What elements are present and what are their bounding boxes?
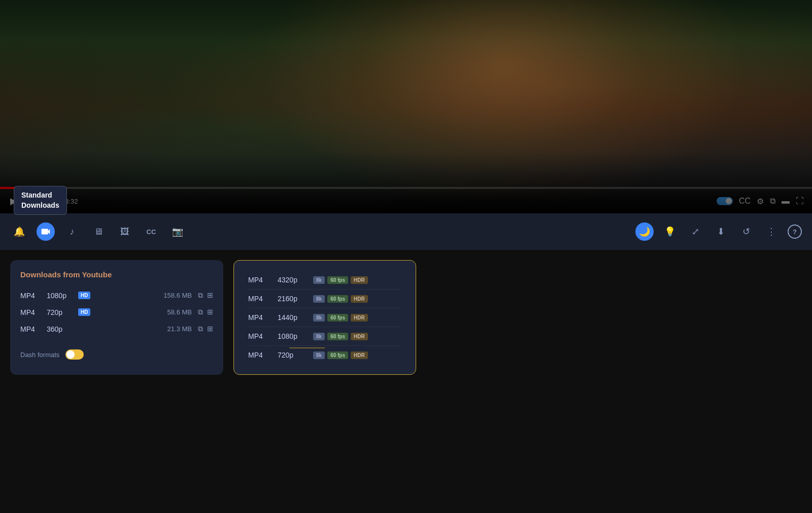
qr-icon-720p[interactable]: ⊞ bbox=[207, 308, 213, 316]
notification-icon[interactable]: 🔔 bbox=[10, 222, 28, 241]
resolution-720p: 720p bbox=[47, 308, 72, 316]
size-1080p: 158.6 MB bbox=[163, 292, 192, 299]
pr-badges-1080p: 8k 60 fps HDR bbox=[313, 333, 368, 340]
pr-resolution-1440p: 1440p bbox=[278, 313, 306, 322]
main-content: Downloads from Youtube MP4 1080p HD 158.… bbox=[0, 250, 812, 385]
pr-format-720p: MP4 bbox=[248, 351, 270, 359]
dl-actions-1080p: ⧉ ⊞ bbox=[198, 291, 213, 300]
settings-button[interactable]: ⚙ bbox=[757, 197, 764, 206]
pr-resolution-720p: 720p bbox=[278, 351, 306, 359]
premium-row-720p: MP4 720p 8k 60 fps HDR bbox=[248, 346, 401, 364]
music-icon[interactable]: ♪ bbox=[63, 222, 81, 241]
miniplayer-button[interactable]: ⧉ bbox=[770, 197, 775, 206]
premium-row-2160p: MP4 2160p 8k 60 fps HDR bbox=[248, 290, 401, 308]
pr-badges-1440p: 8k 60 fps HDR bbox=[313, 314, 368, 322]
theater-button[interactable]: ▬ bbox=[782, 197, 790, 206]
copy-icon-720p[interactable]: ⧉ bbox=[198, 308, 203, 316]
badge-8k-720p: 8k bbox=[313, 351, 325, 359]
video-controls: ▶ 🔊 0:06 / 3:32 CC ⚙ ⧉ ▬ ⛶ bbox=[0, 189, 812, 213]
badge-8k-2160p: 8k bbox=[313, 295, 325, 303]
badge-hdr-1440p: HDR bbox=[351, 314, 368, 322]
badge-60fps-2160p: 60 fps bbox=[327, 295, 348, 303]
video-download-icon[interactable] bbox=[37, 222, 55, 241]
premium-row-4320p: MP4 4320p 8k 60 fps HDR bbox=[248, 271, 401, 290]
image-icon[interactable]: 🖼 bbox=[116, 222, 134, 241]
pr-resolution-4320p: 4320p bbox=[278, 276, 306, 284]
copy-icon-1080p[interactable]: ⧉ bbox=[198, 291, 203, 300]
pr-format-4320p: MP4 bbox=[248, 276, 270, 284]
dl-actions-360p: ⧉ ⊞ bbox=[198, 325, 213, 333]
save-icon[interactable]: ⬇ bbox=[712, 222, 730, 241]
repeat-icon[interactable]: ↺ bbox=[737, 222, 755, 241]
fullscreen-button[interactable]: ⛶ bbox=[796, 197, 804, 206]
video-icon-svg bbox=[40, 226, 51, 237]
badge-60fps-720p: 60 fps bbox=[327, 351, 348, 359]
copy-icon-360p[interactable]: ⧉ bbox=[198, 325, 203, 333]
resolution-1080p: 1080p bbox=[47, 292, 72, 300]
format-1080p: MP4 bbox=[20, 292, 41, 300]
download-row-1080p: MP4 1080p HD 158.6 MB ⧉ ⊞ bbox=[20, 287, 213, 304]
dl-actions-720p: ⧉ ⊞ bbox=[198, 308, 213, 316]
badge-hdr-4320p: HDR bbox=[351, 276, 368, 284]
pr-resolution-1080p: 1080p bbox=[278, 332, 306, 340]
qr-icon-1080p[interactable]: ⊞ bbox=[207, 291, 213, 300]
badge-60fps-1440p: 60 fps bbox=[327, 314, 348, 322]
pr-badges-720p: 8k 60 fps HDR bbox=[313, 351, 368, 359]
dash-formats-row: Dash formats bbox=[20, 343, 213, 360]
video-player: ▶ 🔊 0:06 / 3:32 CC ⚙ ⧉ ▬ ⛶ bbox=[0, 0, 812, 213]
caption-icon[interactable]: CC bbox=[142, 222, 160, 241]
video-thumbnail bbox=[260, 0, 747, 213]
help-icon[interactable]: ? bbox=[788, 225, 802, 239]
premium-panel: MP4 4320p 8k 60 fps HDR MP4 2160p 8k 60 … bbox=[233, 260, 416, 375]
bottom-toolbar: 🔔 ♪ 🖥 🖼 CC 📷 🌙 💡 ⤢ ⬇ ↺ ⋮ ? bbox=[0, 213, 812, 250]
downloads-panel: Downloads from Youtube MP4 1080p HD 158.… bbox=[10, 260, 223, 375]
more-options-icon[interactable]: ⋮ bbox=[762, 222, 781, 241]
badge-hdr-2160p: HDR bbox=[351, 295, 368, 303]
toggle-thumb bbox=[726, 198, 732, 204]
resolution-360p: 360p bbox=[47, 325, 72, 333]
downloads-panel-title: Downloads from Youtube bbox=[20, 270, 213, 279]
badge-8k-4320p: 8k bbox=[313, 276, 325, 284]
camera-icon[interactable]: 📷 bbox=[168, 222, 187, 241]
pr-resolution-2160p: 2160p bbox=[278, 295, 306, 303]
resize-icon[interactable]: ⤢ bbox=[686, 222, 704, 241]
badge-60fps-1080p: 60 fps bbox=[327, 333, 348, 340]
size-360p: 21.3 MB bbox=[167, 325, 192, 333]
badge-hd-720p: HD bbox=[78, 308, 90, 316]
pr-format-2160p: MP4 bbox=[248, 295, 270, 303]
idea-icon[interactable]: 💡 bbox=[661, 222, 679, 241]
premium-row-1080p: MP4 1080p 8k 60 fps HDR bbox=[248, 327, 401, 346]
premium-row-1440p: MP4 1440p 8k 60 fps HDR bbox=[248, 308, 401, 327]
badge-hdr-1080p: HDR bbox=[351, 333, 368, 340]
download-row-720p: MP4 720p HD 58.6 MB ⧉ ⊞ bbox=[20, 304, 213, 320]
dash-toggle[interactable] bbox=[65, 349, 84, 360]
toolbar-right: 🌙 💡 ⤢ ⬇ ↺ ⋮ ? bbox=[635, 222, 802, 241]
pr-badges-2160p: 8k 60 fps HDR bbox=[313, 295, 368, 303]
pr-badges-4320p: 8k 60 fps HDR bbox=[313, 276, 368, 284]
subtitles-button[interactable]: CC bbox=[739, 197, 751, 206]
dash-formats-label: Dash formats bbox=[20, 351, 59, 359]
dark-mode-button[interactable]: 🌙 bbox=[635, 222, 654, 241]
size-720p: 58.6 MB bbox=[167, 308, 192, 316]
format-720p: MP4 bbox=[20, 308, 41, 316]
autoplay-toggle[interactable] bbox=[717, 197, 733, 205]
pr-format-1440p: MP4 bbox=[248, 313, 270, 322]
qr-icon-360p[interactable]: ⊞ bbox=[207, 325, 213, 333]
format-360p: MP4 bbox=[20, 325, 41, 333]
badge-8k-1080p: 8k bbox=[313, 333, 325, 340]
controls-right: CC ⚙ ⧉ ▬ ⛶ bbox=[717, 197, 804, 206]
badge-hd-1080p: HD bbox=[78, 292, 90, 299]
standard-downloads-tooltip: StandardDownloads bbox=[14, 186, 67, 215]
dash-toggle-thumb bbox=[66, 350, 75, 359]
toggle-track[interactable] bbox=[717, 197, 733, 205]
download-row-360p: MP4 360p 21.3 MB ⧉ ⊞ bbox=[20, 320, 213, 337]
badge-8k-1440p: 8k bbox=[313, 314, 325, 322]
badge-hdr-720p: HDR bbox=[351, 351, 368, 359]
pr-format-1080p: MP4 bbox=[248, 332, 270, 340]
screen-icon[interactable]: 🖥 bbox=[89, 222, 108, 241]
badge-60fps-4320p: 60 fps bbox=[327, 276, 348, 284]
